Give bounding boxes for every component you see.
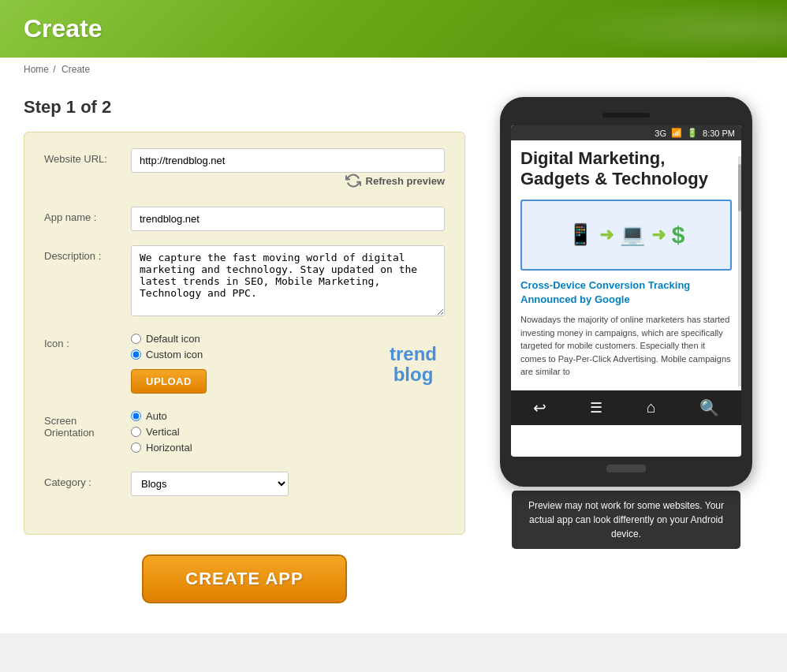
description-field: We capture the fast moving world of digi…	[131, 245, 445, 319]
screen-orientation-label: ScreenOrientation	[44, 410, 131, 439]
phone-nav-menu[interactable]: ☰	[590, 399, 602, 416]
phone-screen: 3G 📶 🔋 8:30 PM Digital Marketing, Gadget…	[511, 125, 741, 457]
website-url-label: Website URL:	[44, 148, 131, 165]
refresh-icon	[345, 173, 361, 189]
horizontal-orientation-label: Horizontal	[146, 442, 192, 454]
app-name-label: App name :	[44, 207, 131, 223]
breadcrumb-current: Create	[62, 64, 90, 75]
upload-button[interactable]: UPLOAD	[131, 369, 207, 394]
phone-article-title: Digital Marketing, Gadgets & Technology	[520, 148, 732, 190]
auto-orientation-label: Auto	[146, 410, 167, 422]
phone-image-area: 📱 ➜ 💻 ➜ $	[520, 200, 732, 271]
phone-scrollbar[interactable]	[738, 156, 741, 386]
category-row: Category : Blogs Business Entertainment …	[44, 472, 445, 496]
phone-nav-home[interactable]: ⌂	[647, 398, 656, 416]
create-app-button[interactable]: CREATE APP	[142, 554, 347, 603]
icon-preview-line2: blog	[394, 364, 434, 385]
phone-arrow-1: ➜	[599, 225, 614, 245]
phone-article-link[interactable]: Cross-Device Conversion Tracking Announc…	[520, 278, 732, 307]
category-field: Blogs Business Entertainment News Shoppi…	[131, 472, 445, 496]
description-row: Description : We capture the fast moving…	[44, 245, 445, 319]
phone-nav-back[interactable]: ↩	[533, 398, 546, 417]
screen-orientation-field: Auto Vertical Horizontal	[131, 410, 445, 457]
page-title: Create	[24, 14, 763, 43]
horizontal-orientation-radio[interactable]	[131, 442, 141, 453]
icon-row: Icon : Default icon Custom icon UPLOAD t…	[44, 333, 445, 396]
breadcrumb-home[interactable]: Home	[24, 64, 49, 75]
category-label: Category :	[44, 472, 131, 488]
refresh-preview-label: Refresh preview	[366, 175, 445, 187]
default-icon-radio[interactable]	[131, 334, 141, 344]
phone-arrow-2: ➜	[651, 225, 666, 245]
phone-article-text: Nowadays the majority of online marketer…	[520, 313, 732, 379]
phone-status-bar: 3G 📶 🔋 8:30 PM	[511, 125, 741, 140]
phone-device: 3G 📶 🔋 8:30 PM Digital Marketing, Gadget…	[500, 97, 752, 487]
refresh-preview-button[interactable]: Refresh preview	[345, 173, 445, 189]
breadcrumb-separator: /	[53, 64, 55, 75]
phone-battery: 🔋	[687, 128, 698, 138]
horizontal-orientation-option[interactable]: Horizontal	[131, 442, 445, 454]
app-name-input[interactable]	[131, 207, 445, 231]
screen-orientation-row: ScreenOrientation Auto Vertical Horizont…	[44, 410, 445, 457]
website-url-row: Website URL: Refresh preview	[44, 148, 445, 192]
description-textarea[interactable]: We capture the fast moving world of digi…	[131, 245, 445, 316]
phone-home-button[interactable]	[606, 465, 646, 472]
default-icon-label: Default icon	[146, 333, 200, 345]
phone-content: Digital Marketing, Gadgets & Technology …	[511, 140, 741, 386]
phone-time: 8:30 PM	[703, 129, 735, 138]
phone-signal-bars: 📶	[671, 128, 682, 138]
default-icon-option[interactable]: Default icon	[131, 333, 366, 345]
phone-signal: 3G	[655, 129, 666, 138]
website-url-field: Refresh preview	[131, 148, 445, 192]
custom-icon-option[interactable]: Custom icon	[131, 349, 366, 360]
step-title: Step 1 of 2	[24, 97, 465, 118]
app-name-row: App name :	[44, 207, 445, 231]
website-url-input[interactable]	[131, 148, 445, 173]
phone-scrollbar-thumb	[738, 164, 741, 211]
laptop-icon: 💻	[620, 222, 645, 247]
phone-nav-search[interactable]: 🔍	[699, 398, 719, 417]
auto-orientation-option[interactable]: Auto	[131, 410, 445, 422]
phone-speaker	[602, 113, 650, 118]
vertical-orientation-label: Vertical	[146, 426, 180, 438]
vertical-orientation-radio[interactable]	[131, 427, 141, 437]
icon-options: Default icon Custom icon UPLOAD	[131, 333, 366, 394]
icon-label: Icon :	[44, 333, 131, 349]
preview-note: Preview may not work for some websites. …	[512, 491, 740, 549]
category-select[interactable]: Blogs Business Entertainment News Shoppi…	[131, 472, 289, 496]
form-box: Website URL: Refresh preview	[24, 132, 465, 535]
phone-panel: 3G 📶 🔋 8:30 PM Digital Marketing, Gadget…	[489, 97, 763, 618]
description-label: Description :	[44, 245, 131, 262]
dollar-icon: $	[672, 222, 685, 248]
custom-icon-radio[interactable]	[131, 349, 141, 360]
breadcrumb: Home / Create	[0, 58, 787, 81]
app-name-field	[131, 207, 445, 231]
phone-nav-bar: ↩ ☰ ⌂ 🔍	[511, 390, 741, 425]
phone-img-content: 📱 ➜ 💻 ➜ $	[561, 215, 692, 255]
refresh-row: Refresh preview	[131, 173, 445, 189]
auto-orientation-radio[interactable]	[131, 411, 141, 421]
vertical-orientation-option[interactable]: Vertical	[131, 426, 445, 438]
icon-preview-line1: trend	[390, 343, 437, 364]
icon-preview: trend blog	[382, 333, 445, 396]
phone-icon: 📱	[568, 222, 593, 247]
icon-preview-text: trend blog	[390, 344, 437, 386]
custom-icon-label: Custom icon	[146, 349, 203, 360]
form-panel: Step 1 of 2 Website URL: Refresh	[24, 97, 465, 618]
page-header: Create	[0, 0, 787, 58]
main-content: Step 1 of 2 Website URL: Refresh	[0, 81, 787, 633]
